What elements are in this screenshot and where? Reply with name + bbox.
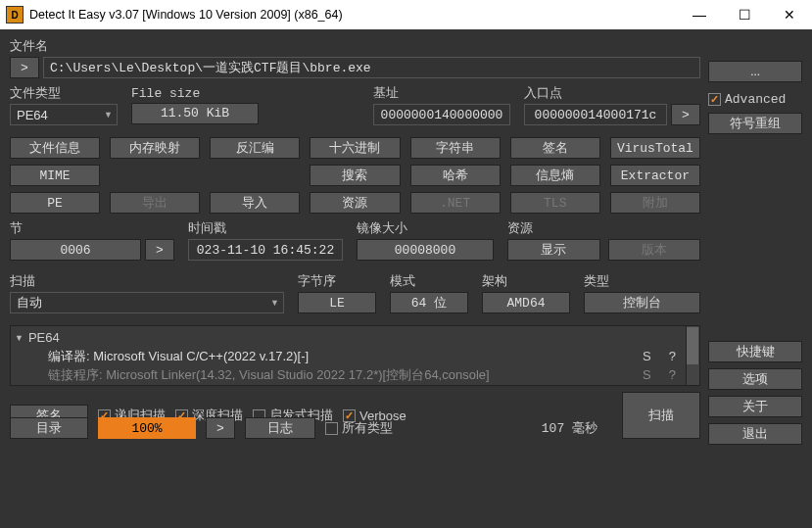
dir-button[interactable]: 目录: [10, 417, 88, 439]
tree-root: PE64: [28, 330, 60, 345]
extractor-button[interactable]: Extractor: [610, 165, 700, 186]
more-button[interactable]: ...: [708, 61, 802, 82]
arch-label: 架构: [482, 272, 570, 290]
import-button[interactable]: 导入: [210, 192, 300, 214]
scan-select[interactable]: 自动▼: [10, 292, 284, 313]
window-title: Detect It Easy v3.07 [Windows 10 Version…: [29, 8, 677, 22]
entry-go-button[interactable]: >: [671, 104, 700, 125]
timestamp-label: 时间戳: [188, 219, 343, 237]
shortcuts-button[interactable]: 快捷键: [708, 341, 802, 362]
resources-button[interactable]: 资源: [310, 192, 400, 214]
mode-value[interactable]: 64 位: [390, 292, 468, 313]
version-button[interactable]: 版本: [608, 239, 701, 261]
section-go-button[interactable]: >: [145, 239, 174, 261]
progress-bar: 100%: [98, 417, 196, 439]
filetype-select[interactable]: PE64▼: [10, 104, 118, 125]
exit-button[interactable]: 退出: [708, 423, 802, 445]
endian-label: 字节序: [298, 272, 376, 290]
tls-button[interactable]: TLS: [510, 192, 600, 214]
options-button[interactable]: 选项: [708, 368, 802, 390]
app-logo: D: [6, 6, 24, 24]
disasm-button[interactable]: 反汇编: [210, 137, 300, 159]
resource-show-button[interactable]: 显示: [507, 239, 600, 261]
mode-label: 模式: [390, 272, 468, 290]
pe-button[interactable]: PE: [10, 192, 100, 214]
section-value[interactable]: 0006: [10, 239, 141, 261]
fileinfo-button[interactable]: 文件信息: [10, 137, 100, 159]
memmap-button[interactable]: 内存映射: [110, 137, 200, 159]
titlebar: D Detect It Easy v3.07 [Windows 10 Versi…: [0, 0, 812, 29]
history-button[interactable]: >: [10, 57, 39, 78]
scrollbar[interactable]: [686, 326, 699, 385]
hash-button[interactable]: 哈希: [410, 165, 501, 186]
dotnet-button[interactable]: .NET: [410, 192, 501, 214]
maximize-button[interactable]: ☐: [722, 0, 767, 29]
overlay-button[interactable]: 附加: [610, 192, 700, 214]
collapse-icon[interactable]: ▼: [15, 333, 24, 343]
progress-go-button[interactable]: >: [206, 417, 235, 439]
imagesize-label: 镜像大小: [357, 219, 494, 237]
close-button[interactable]: ✕: [767, 0, 812, 29]
elapsed-label: 107 毫秒: [542, 419, 597, 437]
type-label: 类型: [584, 272, 700, 290]
resource-label: 资源: [507, 219, 700, 237]
scroll-thumb[interactable]: [687, 327, 698, 364]
advanced-check[interactable]: ✓Advanced: [708, 92, 802, 107]
scan-label: 扫描: [10, 272, 284, 290]
tree-line1: 编译器: Microsoft Visual C/C++(2022 v.17.2)…: [48, 348, 309, 365]
signature-button[interactable]: 签名: [510, 137, 600, 159]
strings-button[interactable]: 字符串: [410, 137, 501, 159]
chevron-down-icon: ▼: [104, 110, 113, 120]
entry-value[interactable]: 000000014000171c: [524, 104, 667, 125]
entry-label: 入口点: [524, 84, 700, 102]
filename-label: 文件名: [10, 37, 700, 55]
results-tree[interactable]: ▼PE64 编译器: Microsoft Visual C/C++(2022 v…: [10, 325, 700, 386]
minimize-button[interactable]: —: [677, 0, 722, 29]
alltypes-check[interactable]: 所有类型: [325, 419, 393, 437]
tree-line2: 链接程序: Microsoft Linker(14.32, Visual Stu…: [48, 366, 490, 384]
filesize-label: File size: [131, 86, 259, 101]
filetype-label: 文件类型: [10, 84, 118, 102]
arch-value[interactable]: AMD64: [482, 292, 570, 313]
mime-button[interactable]: MIME: [10, 165, 100, 186]
log-button[interactable]: 日志: [245, 417, 315, 439]
type-value[interactable]: 控制台: [584, 292, 700, 313]
about-button[interactable]: 关于: [708, 396, 802, 417]
entropy-button[interactable]: 信息熵: [510, 165, 600, 186]
endian-value[interactable]: LE: [298, 292, 376, 313]
virustotal-button[interactable]: VirusTotal: [610, 137, 700, 159]
imagesize-value[interactable]: 00008000: [357, 239, 494, 261]
file-path-input[interactable]: C:\Users\Le\Desktop\一道实践CTF题目\bbre.exe: [43, 57, 700, 78]
filesize-value[interactable]: 11.50 KiB: [131, 103, 259, 124]
timestamp-value[interactable]: 023-11-10 16:45:22: [188, 239, 343, 261]
reorg-button[interactable]: 符号重组: [708, 113, 802, 134]
export-button[interactable]: 导出: [110, 192, 200, 214]
chevron-down-icon: ▼: [270, 298, 279, 308]
section-label: 节: [10, 219, 174, 237]
base-label: 基址: [373, 84, 510, 102]
hex-button[interactable]: 十六进制: [310, 137, 400, 159]
search-button[interactable]: 搜索: [310, 165, 400, 186]
base-value[interactable]: 0000000140000000: [373, 104, 510, 125]
scan-button[interactable]: 扫描: [622, 392, 700, 439]
